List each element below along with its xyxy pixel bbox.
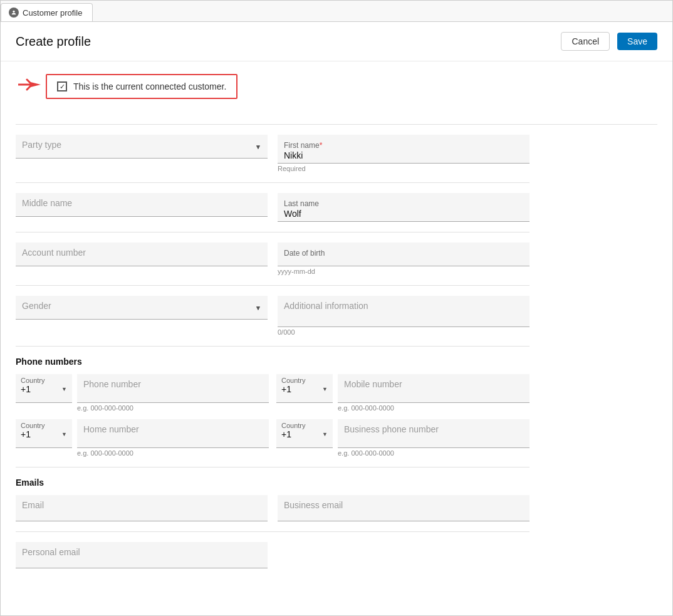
row-party-firstname: Party type ▼ First name* Nikki Required [16, 135, 530, 172]
business-phone-field-group: Country +1 ▼ Business phone number e.g. … [276, 419, 530, 457]
party-type-select-wrapper: Party type ▼ [16, 135, 268, 159]
divider-2 [16, 232, 530, 232]
phone-row-1: Country +1 ▼ Phone number e.g. 000-000-0… [16, 374, 530, 412]
phone-number-input[interactable]: Phone number [77, 374, 269, 403]
phone-numbers-title: Phone numbers [16, 357, 530, 367]
dob-label: Date of birth [284, 249, 325, 258]
last-name-label: Last name [284, 199, 319, 208]
divider-top [16, 124, 657, 125]
account-number-container: Account number [16, 243, 268, 266]
first-name-container: First name* Nikki [278, 135, 530, 164]
form-section: Party type ▼ First name* Nikki Required [16, 135, 530, 568]
home-country-value: +1 ▼ [21, 429, 67, 439]
additional-info-container: Additional information [278, 296, 530, 327]
email-row-1: Email Business email [16, 495, 530, 521]
home-number-wrap: Home number e.g. 000-000-0000 [77, 419, 269, 457]
phone-number-wrap: Phone number e.g. 000-000-0000 [77, 374, 269, 412]
mobile-country-select[interactable]: Country +1 ▼ [276, 374, 333, 412]
dob-container: Date of birth [278, 243, 530, 266]
phone-country-select[interactable]: Country +1 ▼ [16, 374, 72, 412]
party-type-placeholder: Party type [22, 140, 61, 150]
divider-6 [16, 531, 530, 532]
additional-info-field: Additional information 0/000 [278, 296, 530, 336]
tab-bar: Customer profile [1, 1, 672, 22]
additional-info-hint: 0/000 [278, 328, 530, 336]
home-field-group: Country +1 ▼ Home number e.g. 000-000-00… [16, 419, 269, 457]
svg-point-0 [13, 11, 14, 13]
row-middle-last: Middle name Last name Wolf [16, 193, 530, 222]
gender-container: Gender [16, 296, 268, 320]
save-button[interactable]: Save [617, 33, 657, 50]
phone-row-2: Country +1 ▼ Home number e.g. 000-000-00… [16, 419, 530, 457]
notice-box: ✓ This is the current connected customer… [46, 74, 237, 99]
business-email-placeholder: Business email [284, 500, 343, 510]
last-name-container: Last name Wolf [278, 193, 530, 222]
connected-customer-checkbox[interactable]: ✓ [57, 81, 67, 91]
tab-customer-profile[interactable]: Customer profile [1, 3, 93, 21]
first-name-field: First name* Nikki Required [278, 135, 530, 172]
dob-field: Date of birth yyyy-mm-dd [278, 243, 530, 275]
personal-email-field: Personal email [16, 542, 268, 568]
mobile-country-arrow: ▼ [322, 386, 328, 392]
home-number-input[interactable]: Home number [77, 419, 269, 448]
arrow-icon [18, 76, 41, 97]
first-name-label: First name* [284, 141, 322, 150]
notice-wrapper: ✓ This is the current connected customer… [46, 74, 237, 99]
personal-email-input[interactable]: Personal email [16, 542, 268, 568]
phone-country-value: +1 ▼ [21, 384, 67, 394]
personal-email-placeholder: Personal email [22, 547, 80, 557]
account-number-field: Account number [16, 243, 268, 275]
divider-4 [16, 346, 530, 347]
divider-1 [16, 182, 530, 183]
business-phone-input[interactable]: Business phone number [338, 419, 530, 448]
required-marker: * [320, 141, 323, 150]
additional-info-placeholder[interactable]: Additional information [284, 301, 368, 311]
phone-hint: e.g. 000-000-0000 [77, 404, 269, 412]
first-name-hint: Required [278, 165, 530, 172]
middle-name-container: Middle name [16, 193, 268, 217]
home-hint: e.g. 000-000-0000 [77, 449, 269, 457]
mobile-field-group: Country +1 ▼ Mobile number e.g. 000-000-… [276, 374, 530, 412]
business-phone-country-arrow: ▼ [322, 431, 328, 437]
content-area: ✓ This is the current connected customer… [1, 61, 672, 588]
account-number-placeholder[interactable]: Account number [22, 248, 86, 258]
divider-5 [16, 467, 530, 467]
home-country-select[interactable]: Country +1 ▼ [16, 419, 72, 457]
mobile-country-value: +1 ▼ [281, 384, 328, 394]
business-email-input[interactable]: Business email [278, 495, 530, 521]
divider-3 [16, 285, 530, 286]
tab-label: Customer profile [23, 8, 82, 18]
business-phone-country-value: +1 ▼ [281, 429, 328, 439]
phone-field-group: Country +1 ▼ Phone number e.g. 000-000-0… [16, 374, 269, 412]
notice-text: This is the current connected customer. [73, 81, 226, 91]
row-gender-addinfo: Gender ▼ Additional information 0/000 [16, 296, 530, 336]
emails-title: Emails [16, 478, 530, 488]
cancel-button[interactable]: Cancel [561, 32, 610, 51]
svg-marker-1 [31, 82, 41, 87]
mobile-number-input[interactable]: Mobile number [338, 374, 530, 403]
business-phone-wrap: Business phone number e.g. 000-000-0000 [338, 419, 530, 457]
email-field: Email [16, 495, 268, 521]
person-icon [9, 8, 19, 18]
phone-country-inner: Country +1 ▼ [16, 374, 72, 403]
business-phone-hint: e.g. 000-000-0000 [338, 449, 530, 457]
last-name-field: Last name Wolf [278, 193, 530, 222]
business-phone-country-select[interactable]: Country +1 ▼ [276, 419, 333, 457]
page-title: Create profile [16, 34, 91, 49]
header-actions: Cancel Save [561, 32, 657, 51]
row-account-dob: Account number Date of birth yyyy-mm-dd [16, 243, 530, 275]
business-phone-country-inner: Country +1 ▼ [276, 419, 333, 448]
mobile-hint: e.g. 000-000-0000 [338, 404, 530, 412]
window: Customer profile Create profile Cancel S… [0, 0, 673, 616]
gender-field: Gender ▼ [16, 296, 268, 336]
middle-name-placeholder[interactable]: Middle name [22, 198, 72, 208]
last-name-value[interactable]: Wolf [284, 209, 523, 219]
party-type-arrow: ▼ [255, 144, 261, 150]
gender-placeholder: Gender [22, 301, 51, 311]
home-country-arrow: ▼ [61, 431, 67, 437]
dob-hint: yyyy-mm-dd [278, 268, 530, 275]
gender-arrow: ▼ [255, 305, 261, 311]
email-input[interactable]: Email [16, 495, 268, 521]
first-name-value[interactable]: Nikki [284, 150, 523, 160]
gender-select-wrapper: Gender ▼ [16, 296, 268, 320]
